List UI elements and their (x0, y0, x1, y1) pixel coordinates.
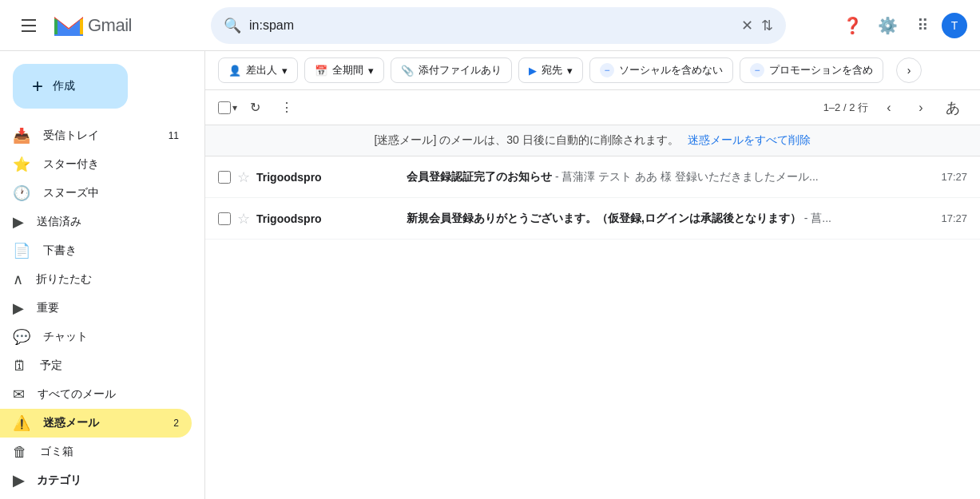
sidebar-label-sent: 送信済み (37, 215, 179, 229)
refresh-button[interactable]: ↻ (240, 93, 269, 122)
send-nav-icon: ▶ (13, 213, 24, 231)
minus-social-icon: − (600, 63, 614, 77)
sidebar-item-drafts[interactable]: 📄 下書き (0, 236, 192, 265)
email-preview-2: - 菖... (801, 212, 831, 224)
toolbar: ▾ ↻ ⋮ 1–2 / 2 行 ‹ › あ (205, 90, 980, 125)
header: Gmail 🔍 ✕ ⇅ ❓ ⚙️ ⠿ T (0, 0, 980, 51)
person-icon: 👤 (228, 65, 241, 77)
filter-label-attachment: 添付ファイルあり (419, 63, 502, 77)
delete-spam-link[interactable]: 迷惑メールをすべて削除 (688, 133, 811, 146)
expand-icon: ▶ (13, 472, 24, 489)
star-icon-2[interactable]: ☆ (237, 210, 250, 228)
avatar[interactable]: T (942, 13, 967, 38)
sidebar-item-categories[interactable]: ▶ カテゴリ (0, 466, 192, 495)
filter-chip-to[interactable]: ▶ 宛先 ▾ (518, 57, 583, 83)
select-all-container: ▾ (218, 101, 237, 114)
clock-icon: 🕐 (13, 184, 30, 202)
sender-name-2: Trigoodspro (256, 212, 400, 225)
email-checkbox-1[interactable] (218, 171, 231, 184)
filter-label-to: 宛先 (542, 63, 562, 77)
table-row[interactable]: ☆ Trigoodspro 会員登録認証完了のお知らせ - 菖蒲澤 テスト ああ… (205, 156, 980, 198)
minus-promo-icon: − (750, 63, 764, 77)
sidebar-item-sent[interactable]: ▶ 送信済み (0, 208, 192, 236)
sidebar-item-inbox[interactable]: 📥 受信トレイ 11 (0, 121, 192, 150)
search-bar: 🔍 ✕ ⇅ (211, 7, 786, 44)
header-right: ❓ ⚙️ ⠿ T (836, 10, 967, 42)
sidebar-item-manage-labels[interactable]: ⚙ ラベルの管理 (0, 495, 192, 499)
search-clear-icon[interactable]: ✕ (741, 17, 753, 34)
sidebar-item-all[interactable]: ✉ すべてのメール (0, 380, 192, 409)
spam-badge: 2 (173, 418, 179, 429)
calendar-icon: 📅 (315, 65, 327, 77)
filter-label-period: 全期間 (332, 63, 363, 77)
notification-bar: [迷惑メール] のメールは、30 日後に自動的に削除されます。 迷惑メールをすべ… (205, 125, 980, 156)
select-all-checkbox[interactable] (218, 101, 231, 114)
sidebar-label-chat: チャット (43, 330, 179, 344)
apps-button[interactable]: ⠿ (907, 10, 938, 42)
filter-label-no-social: ソーシャルを含めない (619, 63, 723, 77)
email-preview-1: - 菖蒲澤 テスト ああ 様 登録いただきましたメール... (552, 170, 819, 183)
app-name-text: Gmail (88, 15, 132, 36)
settings-button[interactable]: ⚙️ (871, 10, 903, 42)
chat-icon: 💬 (13, 328, 30, 346)
search-icon: 🔍 (224, 17, 241, 34)
email-checkbox-2[interactable] (218, 212, 231, 225)
sidebar-label-all: すべてのメール (38, 387, 179, 402)
filter-more-button[interactable]: › (896, 57, 922, 83)
menu-button[interactable] (13, 10, 45, 42)
star-nav-icon: ⭐ (13, 156, 30, 173)
search-options-icon[interactable]: ⇅ (761, 17, 773, 34)
chevron-down-icon: ▾ (282, 65, 288, 77)
email-time-2: 17:27 (941, 212, 967, 224)
email-time-1: 17:27 (941, 171, 967, 183)
sidebar-item-scheduled[interactable]: 🗓 予定 (0, 351, 192, 380)
spam-icon: ⚠️ (13, 414, 30, 432)
fold-icon: ∧ (13, 271, 23, 288)
schedule-icon: 🗓 (13, 358, 27, 374)
main-layout: + 作成 📥 受信トレイ 11 ⭐ スター付き 🕐 スヌーズ中 ▶ 送信済み 📄… (0, 51, 980, 499)
sender-name-1: Trigoodspro (256, 171, 400, 184)
attachment-icon: 📎 (401, 65, 414, 77)
search-input[interactable] (249, 18, 733, 33)
more-toolbar-button[interactable]: ⋮ (272, 93, 301, 122)
next-page-button[interactable]: › (907, 93, 935, 122)
sidebar-label-important: 重要 (37, 301, 179, 315)
important-icon: ▶ (13, 299, 24, 317)
filter-chip-attachment[interactable]: 📎 添付ファイルあり (391, 57, 512, 83)
compose-button[interactable]: + 作成 (13, 64, 128, 109)
trash-icon: 🗑 (13, 444, 27, 461)
email-subject-1: 会員登録認証完了のお知らせ (407, 170, 552, 183)
sidebar-item-spam[interactable]: ⚠️ 迷惑メール 2 (0, 409, 192, 438)
filter-chip-period[interactable]: 📅 全期間 ▾ (304, 57, 384, 83)
compose-label: 作成 (53, 79, 75, 93)
to-icon: ▶ (529, 65, 537, 77)
chevron-down-icon-3: ▾ (567, 65, 573, 77)
select-dropdown-btn[interactable]: ▾ (232, 102, 237, 113)
compose-plus-icon: + (32, 77, 43, 96)
sidebar-label-inbox: 受信トレイ (43, 129, 156, 143)
sidebar-item-starred[interactable]: ⭐ スター付き (0, 150, 192, 179)
filter-chip-no-social[interactable]: − ソーシャルを含めない (589, 57, 733, 83)
sidebar-item-chat[interactable]: 💬 チャット (0, 323, 192, 351)
header-left: Gmail (13, 10, 204, 42)
sidebar-item-important[interactable]: ▶ 重要 (0, 294, 192, 323)
gmail-logo: Gmail (53, 14, 132, 38)
sidebar-label-snoozed: スヌーズ中 (43, 186, 179, 200)
table-row[interactable]: ☆ Trigoodspro 新規会員登録ありがとうございます。（仮登録,ログイン… (205, 198, 980, 240)
prev-page-button[interactable]: ‹ (875, 93, 903, 122)
star-icon-1[interactable]: ☆ (237, 168, 250, 186)
gmail-m-icon (53, 14, 85, 38)
help-button[interactable]: ❓ (836, 10, 868, 42)
sidebar-label-fold: 折りたたむ (36, 272, 179, 287)
all-mail-icon: ✉ (13, 386, 25, 403)
language-button[interactable]: あ (938, 93, 967, 122)
sidebar-label-spam: 迷惑メール (43, 416, 161, 430)
filter-chip-no-promo[interactable]: − プロモーションを含め (740, 57, 883, 83)
sidebar-label-trash: ゴミ箱 (40, 445, 179, 459)
content-area: 👤 差出人 ▾ 📅 全期間 ▾ 📎 添付ファイルあり ▶ 宛先 ▾ − ソーシャ… (204, 51, 980, 499)
sidebar-item-trash[interactable]: 🗑 ゴミ箱 (0, 438, 192, 466)
sidebar-item-fold[interactable]: ∧ 折りたたむ (0, 265, 192, 294)
filter-chip-sender[interactable]: 👤 差出人 ▾ (218, 57, 298, 83)
email-subject-2: 新規会員登録ありがとうございます。（仮登録,ログインは承認後となります） (407, 212, 801, 224)
sidebar-item-snoozed[interactable]: 🕐 スヌーズ中 (0, 179, 192, 208)
